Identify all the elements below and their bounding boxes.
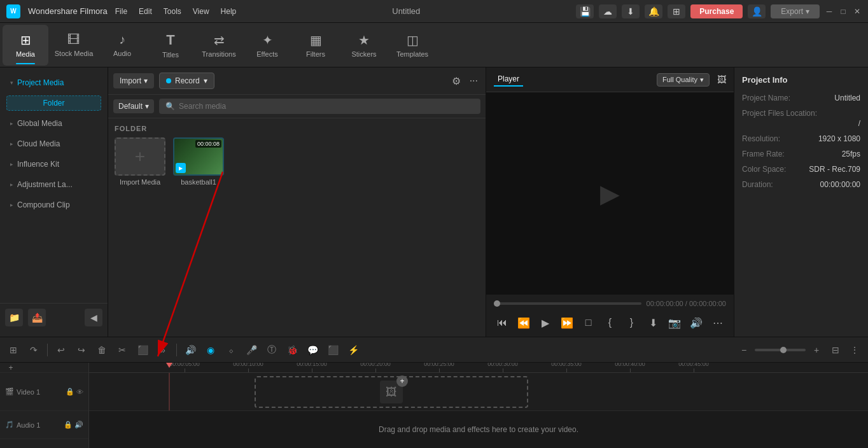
tool-stickers[interactable]: ★ Stickers — [341, 25, 387, 66]
record-button[interactable]: Record ▾ — [159, 73, 214, 89]
menu-tools[interactable]: Tools — [164, 7, 181, 16]
sidebar-item-cloud-media[interactable]: ▸ Cloud Media — [3, 134, 105, 153]
account-icon-btn[interactable]: 👤 — [748, 4, 766, 18]
zoom-slider[interactable] — [755, 349, 806, 351]
zoom-in-btn[interactable]: + — [808, 342, 825, 358]
total-time: 00:00:00:00 — [689, 300, 726, 307]
tool-templates[interactable]: ◫ Templates — [389, 25, 435, 66]
more-ctrl-button[interactable]: ⋯ — [710, 314, 726, 332]
timeline-effect-btn[interactable]: 🐞 — [284, 342, 300, 358]
timeline-snap-btn[interactable]: ⊞ — [5, 342, 22, 358]
timeline-crop-btn[interactable]: ⬛ — [134, 342, 151, 358]
timeline-text-btn[interactable]: Ⓣ — [263, 342, 280, 358]
timeline-more-btn[interactable]: » — [155, 342, 171, 358]
sidebar-item-influence-kit[interactable]: ▸ Influence Kit — [3, 155, 105, 174]
timeline-undo-btn[interactable]: ↩ — [53, 342, 69, 358]
progress-bar[interactable] — [494, 302, 641, 305]
export-button[interactable]: Export ▾ — [771, 4, 820, 18]
tool-stock-media[interactable]: 🎞 Stock Media — [51, 25, 97, 66]
tl-separator-1 — [47, 344, 48, 356]
timeline-subtitle-btn[interactable]: 💬 — [304, 342, 321, 358]
add-track-btn[interactable]: + — [5, 363, 17, 374]
timeline-ripple-btn[interactable]: ↷ — [25, 342, 42, 358]
import-media-item[interactable]: + Import Media — [115, 137, 165, 186]
track-lock-btn[interactable]: 🔒 — [66, 388, 74, 396]
tool-transitions[interactable]: ⇄ Transitions — [196, 25, 242, 66]
play-button[interactable]: ▶ — [537, 314, 554, 332]
chevron-icon-cloud: ▸ — [10, 141, 13, 147]
menu-file[interactable]: File — [115, 7, 127, 16]
tool-audio[interactable]: ♪ Audio — [99, 25, 145, 66]
timeline-pip-btn[interactable]: ⬛ — [325, 342, 341, 358]
mark-out-button[interactable]: } — [623, 314, 640, 332]
media-grid: + Import Media 00:00:08 ▶ basketball1 — [115, 137, 479, 186]
maximize-button[interactable]: □ — [839, 7, 848, 16]
skip-back-button[interactable]: ⏮ — [494, 314, 510, 332]
audio-label: Audio — [113, 50, 131, 57]
timeline-keyframe-btn[interactable]: ◉ — [202, 342, 219, 358]
timeline-toolbar: ⊞ ↷ ↩ ↪ 🗑 ✂ ⬛ » 🔊 ◉ ⬦ 🎤 Ⓣ 🐞 💬 ⬛ ⚡ − + ⊟ … — [0, 337, 868, 363]
sidebar-item-project-media[interactable]: ▾ Project Media — [3, 73, 105, 92]
sidebar-cloud-media-label: Cloud Media — [17, 139, 60, 148]
purchase-button[interactable]: Purchase — [690, 4, 743, 18]
timeline-speed-btn[interactable]: ⚡ — [345, 342, 361, 358]
snapshot-button[interactable]: 📷 — [666, 314, 683, 332]
timeline-cut-btn[interactable]: ✂ — [114, 342, 130, 358]
media-toolbar: Import ▾ Record ▾ ⚙ ··· — [108, 67, 486, 95]
menu-help[interactable]: Help — [221, 7, 237, 16]
timeline-redo-btn[interactable]: ↪ — [73, 342, 90, 358]
track-hide-btn[interactable]: 👁 — [76, 388, 83, 396]
mark-in-button[interactable]: { — [602, 314, 619, 332]
more-options-btn[interactable]: ··· — [467, 74, 480, 88]
loop-button[interactable]: □ — [580, 314, 597, 332]
search-input[interactable] — [179, 102, 474, 111]
sidebar-folder-btn[interactable]: Folder — [6, 95, 101, 111]
timeline-voice-btn[interactable]: 🎤 — [243, 342, 260, 358]
search-box[interactable]: 🔍 — [159, 99, 480, 114]
sidebar-item-global-media[interactable]: ▸ Global Media — [3, 114, 105, 133]
sidebar-item-compound-clip[interactable]: ▸ Compound Clip — [3, 195, 105, 214]
timeline-audio-btn[interactable]: 🔊 — [182, 342, 199, 358]
timeline-layout-btn[interactable]: ⊟ — [827, 342, 844, 358]
tool-media[interactable]: ⊞ Media — [3, 25, 48, 66]
tool-titles[interactable]: T Titles — [148, 25, 193, 66]
sidebar-item-adjustment-layer[interactable]: ▸ Adjustment La... — [3, 175, 105, 194]
quality-select[interactable]: Full Quality ▾ — [657, 73, 710, 87]
apps-icon-btn[interactable]: ⊞ — [668, 4, 685, 18]
default-select[interactable]: Default ▾ — [113, 99, 154, 113]
new-folder-button[interactable]: 📁 — [5, 309, 23, 326]
player-snapshot-icon[interactable]: 🖼 — [717, 74, 726, 85]
download-icon-btn[interactable]: ⬇ — [622, 4, 640, 18]
add-to-timeline-button[interactable]: ⬇ — [645, 314, 661, 332]
menu-edit[interactable]: Edit — [139, 7, 152, 16]
save-icon-btn[interactable]: 💾 — [576, 4, 594, 18]
frame-forward-button[interactable]: ⏩ — [559, 314, 575, 332]
tool-effects[interactable]: ✦ Effects — [244, 25, 290, 66]
video-media-item[interactable]: 00:00:08 ▶ basketball1 — [173, 137, 224, 186]
menu-view[interactable]: View — [193, 7, 209, 16]
info-files-label: Project Files Location: — [742, 109, 860, 118]
import-button[interactable]: Import ▾ — [113, 73, 154, 88]
audio-mute-btn[interactable]: 🔊 — [74, 421, 83, 429]
player-tab[interactable]: Player — [494, 73, 523, 87]
sidebar-bottom: 📁 📤 ◀ — [0, 303, 108, 332]
volume-button[interactable]: 🔊 — [688, 314, 704, 332]
timeline-split-btn[interactable]: ⬦ — [223, 342, 239, 358]
time-ruler: 00:00:05:00 00:00:10:00 00:00:15:00 00:0… — [89, 363, 868, 373]
notification-icon-btn[interactable]: 🔔 — [645, 4, 662, 18]
cloud-icon-btn[interactable]: ☁ — [599, 4, 617, 18]
timeline-delete-btn[interactable]: 🗑 — [94, 342, 110, 358]
audio-lock-btn[interactable]: 🔒 — [64, 421, 73, 429]
minimize-button[interactable]: ─ — [825, 7, 834, 16]
zoom-out-btn[interactable]: − — [736, 342, 752, 358]
tool-filters[interactable]: ▦ Filters — [293, 25, 339, 66]
filter-icon-btn[interactable]: ⚙ — [449, 74, 463, 88]
chevron-icon-influence: ▸ — [10, 161, 13, 167]
folder-import-button[interactable]: 📤 — [28, 309, 46, 326]
timeline-settings-btn[interactable]: ⋮ — [846, 342, 863, 358]
timeline-tracks: 00:00:05:00 00:00:10:00 00:00:15:00 00:0… — [89, 363, 868, 448]
ruler-tick-8: 00:00:40:00 — [598, 363, 662, 372]
close-button[interactable]: ✕ — [853, 7, 862, 16]
frame-back-button[interactable]: ⏪ — [515, 314, 532, 332]
sidebar-collapse-button[interactable]: ◀ — [85, 309, 102, 326]
